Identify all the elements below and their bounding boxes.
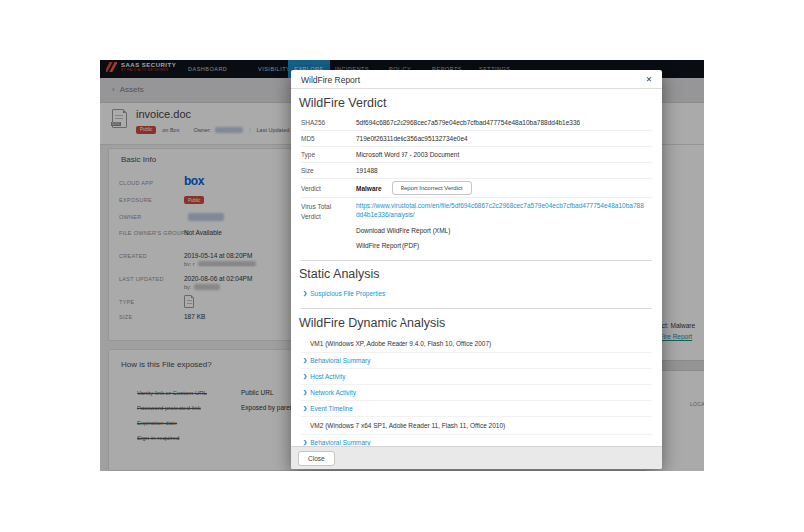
vm1-behavioral-summary-link[interactable]: ❯ Behavioral Summary bbox=[301, 353, 652, 369]
verdict-value: Malware bbox=[356, 185, 382, 192]
chevron-right-icon: ❯ bbox=[303, 357, 307, 363]
wildfire-verdict-heading: WildFire Verdict bbox=[299, 96, 652, 110]
chevron-right-icon: ❯ bbox=[303, 373, 307, 379]
saas-security-app: SAAS SECURITY BY PALO ALTO NETWORKS DASH… bbox=[100, 60, 704, 471]
vm1-event-timeline-link[interactable]: ❯ Event Timeline bbox=[301, 401, 652, 417]
vm2-name: VM2 (Windows 7 x64 SP1, Adobe Reader 11,… bbox=[301, 417, 652, 435]
screenshot-stage: SAAS SECURITY BY PALO ALTO NETWORKS DASH… bbox=[0, 0, 804, 532]
type-value: Microsoft Word 97 - 2003 Document bbox=[356, 147, 459, 162]
verdict-row: Verdict Malware Report Incorrect Verdict bbox=[301, 179, 652, 198]
modal-footer: Close bbox=[291, 446, 662, 469]
close-button[interactable]: Close bbox=[298, 451, 335, 466]
virustotal-row: Virus TotalVerdict https://www.virustota… bbox=[301, 198, 652, 223]
md5-value: 719e0f26311de6c356ac95132734e0e4 bbox=[356, 131, 468, 146]
virustotal-link[interactable]: https://www.virustotal.com/en/file/5df69… bbox=[356, 198, 647, 223]
section-divider bbox=[301, 308, 652, 309]
sha256-row: SHA256 5df694c6867c2c2968cec7a579e04ecb7… bbox=[301, 115, 652, 131]
wildfire-report-modal: WildFire Report ✕ WildFire Verdict SHA25… bbox=[291, 70, 662, 469]
report-incorrect-verdict-button[interactable]: Report Incorrect Verdict bbox=[392, 181, 472, 195]
section-divider bbox=[301, 260, 652, 261]
modal-title: WildFire Report bbox=[301, 75, 360, 85]
type-row: Type Microsoft Word 97 - 2003 Document bbox=[301, 147, 652, 163]
size-row: Size 191488 bbox=[301, 163, 652, 179]
sha256-value: 5df694c6867c2c2968cec7a579e04ecb7cfbad47… bbox=[356, 115, 580, 130]
vm1-network-activity-link[interactable]: ❯ Network Activity bbox=[301, 385, 652, 401]
vm1-host-activity-link[interactable]: ❯ Host Activity bbox=[301, 369, 652, 385]
download-xml-row: Download WildFire Report (XML) bbox=[301, 223, 652, 238]
size-value: 191488 bbox=[356, 163, 378, 178]
chevron-right-icon: ❯ bbox=[303, 290, 307, 296]
suspicious-file-properties-link[interactable]: ❯ Suspicious File Properties bbox=[301, 286, 652, 301]
report-pdf-row: WildFire Report (PDF) bbox=[301, 238, 652, 253]
report-pdf-link[interactable]: WildFire Report (PDF) bbox=[356, 238, 419, 253]
close-icon[interactable]: ✕ bbox=[646, 75, 652, 84]
modal-header: WildFire Report ✕ bbox=[291, 70, 662, 89]
download-xml-link[interactable]: Download WildFire Report (XML) bbox=[356, 223, 450, 238]
static-analysis-heading: Static Analysis bbox=[299, 267, 652, 281]
vm1-name: VM1 (Windows XP, Adobe Reader 9.4.0, Fla… bbox=[301, 335, 652, 353]
chevron-right-icon: ❯ bbox=[303, 439, 307, 445]
chevron-right-icon: ❯ bbox=[303, 389, 307, 395]
md5-row: MD5 719e0f26311de6c356ac95132734e0e4 bbox=[301, 131, 652, 147]
chevron-right-icon: ❯ bbox=[303, 405, 307, 411]
modal-body: WildFire Verdict SHA256 5df694c6867c2c29… bbox=[291, 89, 662, 446]
dynamic-analysis-heading: WildFire Dynamic Analysis bbox=[299, 316, 652, 330]
vm2-behavioral-summary-link[interactable]: ❯ Behavioral Summary bbox=[301, 435, 652, 446]
